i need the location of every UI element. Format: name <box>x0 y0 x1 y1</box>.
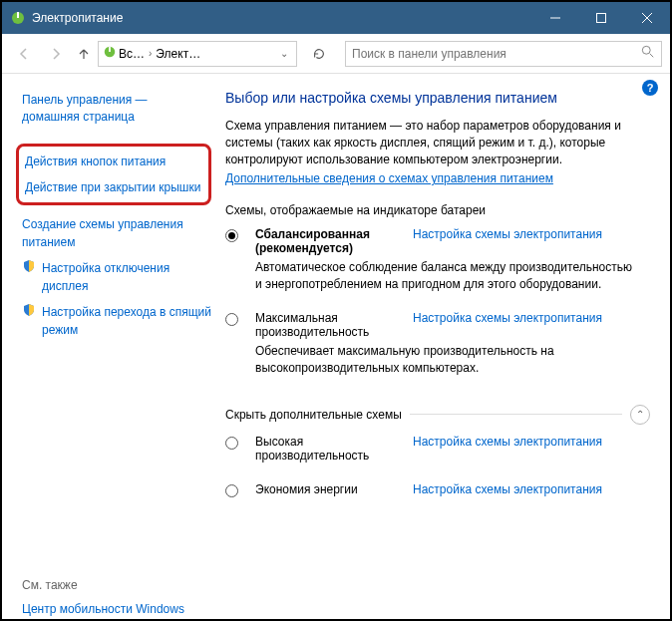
refresh-button[interactable] <box>305 41 333 67</box>
svg-line-9 <box>650 53 654 57</box>
section-battery-heading: Схемы, отображаемые на индикаторе батаре… <box>225 203 650 217</box>
sidebar-link-power-buttons[interactable]: Действия кнопок питания <box>25 153 202 170</box>
change-plan-link[interactable]: Настройка схемы электропитания <box>413 435 650 449</box>
plan-max: Максимальная производительность Настройк… <box>225 311 650 389</box>
plan-balanced: Сбалансированная (рекомендуется) Настрой… <box>225 227 650 305</box>
plan-name[interactable]: Максимальная производительность <box>255 311 405 339</box>
plan-name[interactable]: Сбалансированная (рекомендуется) <box>255 227 405 255</box>
window: Электропитание Вс… › Элект… ⌄ ? Панель у… <box>0 0 672 621</box>
svg-rect-7 <box>109 46 111 51</box>
svg-point-8 <box>642 46 650 54</box>
address-bar[interactable]: Вс… › Элект… ⌄ <box>98 41 297 67</box>
search-box[interactable] <box>345 41 662 67</box>
radio-max[interactable] <box>225 313 238 326</box>
control-panel-home-link[interactable]: Панель управления — домашняя страница <box>22 92 211 126</box>
plan-name[interactable]: Высокая производительность <box>255 435 405 463</box>
titlebar: Электропитание <box>2 2 670 34</box>
sidebar-link-display-off[interactable]: Настройка отключения дисплея <box>22 259 211 295</box>
sidebar-link-mobility-center[interactable]: Центр мобильности Windows <box>22 600 211 618</box>
window-title: Электропитание <box>32 11 532 25</box>
shield-icon <box>22 303 36 317</box>
radio-eco[interactable] <box>225 484 238 497</box>
sidebar-link-lid-action[interactable]: Действие при закрытии крышки <box>25 178 202 196</box>
highlight-annotation: Действия кнопок питания Действие при зак… <box>16 144 211 205</box>
minimize-button[interactable] <box>532 2 578 34</box>
more-info-link[interactable]: Дополнительные сведения о схемах управле… <box>225 171 553 185</box>
toolbar: Вс… › Элект… ⌄ <box>2 34 670 74</box>
up-button[interactable] <box>74 40 94 68</box>
sidebar-link-sleep[interactable]: Настройка перехода в спящий режим <box>22 303 211 339</box>
shield-icon <box>22 259 36 273</box>
svg-rect-3 <box>597 14 606 23</box>
forward-button[interactable] <box>42 40 70 68</box>
search-input[interactable] <box>352 47 641 61</box>
breadcrumb-seg[interactable]: Вс… <box>117 47 147 61</box>
hide-additional-label: Скрыть дополнительные схемы <box>225 408 402 422</box>
plan-description: Автоматическое соблюдение баланса между … <box>255 259 650 293</box>
sidebar-link-create-plan[interactable]: Создание схемы управления питанием <box>22 215 211 251</box>
plan-description: Обеспечивает максимальную производительн… <box>255 343 650 377</box>
breadcrumb-seg[interactable]: Элект… <box>154 47 202 61</box>
power-icon <box>10 10 26 26</box>
change-plan-link[interactable]: Настройка схемы электропитания <box>413 227 650 241</box>
radio-balanced[interactable] <box>225 229 238 242</box>
power-icon <box>103 45 117 63</box>
chevron-up-icon[interactable]: ⌃ <box>630 405 650 425</box>
chevron-right-icon: › <box>147 48 154 59</box>
chevron-down-icon[interactable]: ⌄ <box>276 48 292 59</box>
plan-eco: Экономия энергии Настройка схемы электро… <box>225 482 650 497</box>
page-heading: Выбор или настройка схемы управления пит… <box>225 90 650 106</box>
maximize-button[interactable] <box>578 2 624 34</box>
back-button[interactable] <box>10 40 38 68</box>
hide-additional-row[interactable]: Скрыть дополнительные схемы ⌃ <box>225 405 650 425</box>
close-button[interactable] <box>624 2 670 34</box>
see-also-heading: См. также <box>22 578 211 592</box>
main-panel: Выбор или настройка схемы управления пит… <box>221 74 670 619</box>
radio-high[interactable] <box>225 437 238 450</box>
change-plan-link[interactable]: Настройка схемы электропитания <box>413 311 650 325</box>
content: ? Панель управления — домашняя страница … <box>2 74 670 619</box>
page-description: Схема управления питанием — это набор па… <box>225 118 650 167</box>
sidebar: Панель управления — домашняя страница Де… <box>2 74 221 619</box>
svg-rect-1 <box>17 12 19 18</box>
divider <box>410 414 622 415</box>
search-icon[interactable] <box>641 45 655 63</box>
plan-high: Высокая производительность Настройка схе… <box>225 435 650 463</box>
change-plan-link[interactable]: Настройка схемы электропитания <box>413 482 650 496</box>
plan-name[interactable]: Экономия энергии <box>255 482 405 496</box>
